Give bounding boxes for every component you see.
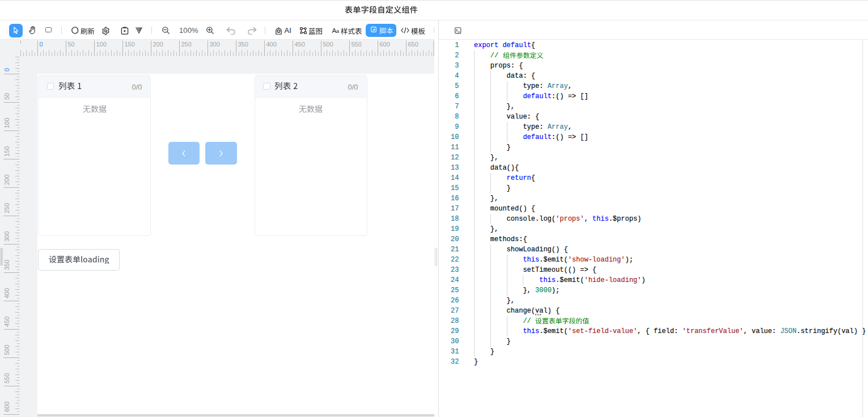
svg-text:200: 200 — [153, 41, 163, 48]
svg-text:600: 600 — [3, 402, 10, 412]
svg-text:550: 550 — [352, 41, 362, 48]
svg-text:250: 250 — [3, 203, 10, 213]
svg-text:450: 450 — [3, 317, 10, 327]
svg-text:0: 0 — [40, 41, 43, 48]
svg-text:150: 150 — [125, 41, 135, 48]
svg-text:500: 500 — [323, 41, 333, 48]
svg-text:100: 100 — [96, 41, 107, 48]
svg-text:150: 150 — [3, 146, 10, 157]
svg-text:600: 600 — [380, 41, 390, 48]
svg-text:200: 200 — [3, 175, 10, 185]
svg-text:350: 350 — [238, 41, 248, 48]
svg-text:650: 650 — [408, 41, 418, 48]
svg-text:250: 250 — [181, 41, 192, 48]
svg-text:50: 50 — [68, 41, 75, 48]
svg-text:100: 100 — [3, 118, 10, 128]
svg-text:400: 400 — [266, 41, 277, 48]
svg-text:350: 350 — [3, 260, 10, 270]
svg-text:0: 0 — [3, 68, 10, 71]
svg-text:50: 50 — [3, 93, 10, 100]
svg-text:500: 500 — [3, 345, 10, 355]
svg-text:300: 300 — [210, 41, 220, 48]
svg-text:450: 450 — [295, 41, 305, 48]
svg-text:400: 400 — [3, 288, 10, 298]
svg-text:550: 550 — [3, 373, 10, 384]
svg-text:300: 300 — [3, 231, 10, 242]
